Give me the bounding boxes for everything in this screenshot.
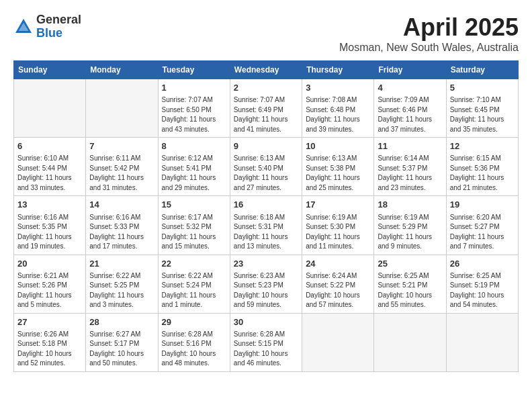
day-info: Sunrise: 6:20 AMSunset: 5:27 PMDaylight:… (450, 213, 515, 252)
day-cell: 29Sunrise: 6:28 AMSunset: 5:16 PMDayligh… (158, 313, 230, 371)
day-cell: 17Sunrise: 6:19 AMSunset: 5:30 PMDayligh… (302, 196, 374, 255)
day-cell: 14Sunrise: 6:16 AMSunset: 5:33 PMDayligh… (86, 196, 158, 255)
title-block: April 2025 Mosman, New South Wales, Aust… (339, 13, 519, 54)
day-number: 5 (450, 82, 515, 94)
day-number: 27 (17, 316, 82, 328)
day-cell: 15Sunrise: 6:17 AMSunset: 5:32 PMDayligh… (158, 196, 230, 255)
day-cell (302, 313, 374, 371)
day-cell: 3Sunrise: 7:08 AMSunset: 6:48 PMDaylight… (302, 79, 374, 138)
day-cell: 21Sunrise: 6:22 AMSunset: 5:25 PMDayligh… (86, 255, 158, 313)
day-info: Sunrise: 6:24 AMSunset: 5:22 PMDaylight:… (306, 271, 370, 310)
day-number: 10 (306, 140, 370, 152)
day-cell: 4Sunrise: 7:09 AMSunset: 6:46 PMDaylight… (374, 79, 446, 138)
day-number: 12 (450, 140, 515, 152)
day-info: Sunrise: 6:22 AMSunset: 5:24 PMDaylight:… (162, 271, 226, 310)
day-info: Sunrise: 6:17 AMSunset: 5:32 PMDaylight:… (162, 213, 226, 252)
day-info: Sunrise: 6:14 AMSunset: 5:37 PMDaylight:… (378, 154, 442, 193)
day-cell: 1Sunrise: 7:07 AMSunset: 6:50 PMDaylight… (158, 79, 230, 138)
header-cell-saturday: Saturday (446, 61, 518, 79)
day-info: Sunrise: 7:07 AMSunset: 6:50 PMDaylight:… (162, 95, 226, 134)
day-info: Sunrise: 6:25 AMSunset: 5:19 PMDaylight:… (450, 271, 515, 310)
calendar-header: SundayMondayTuesdayWednesdayThursdayFrid… (14, 61, 519, 79)
day-number: 16 (234, 199, 298, 211)
day-cell: 8Sunrise: 6:12 AMSunset: 5:41 PMDaylight… (158, 138, 230, 196)
day-cell: 20Sunrise: 6:21 AMSunset: 5:26 PMDayligh… (14, 255, 86, 313)
day-info: Sunrise: 6:21 AMSunset: 5:26 PMDaylight:… (17, 271, 82, 310)
day-cell (86, 79, 158, 138)
week-row-3: 13Sunrise: 6:16 AMSunset: 5:35 PMDayligh… (14, 196, 519, 255)
day-number: 9 (234, 140, 298, 152)
day-info: Sunrise: 6:15 AMSunset: 5:36 PMDaylight:… (450, 154, 515, 193)
day-number: 18 (378, 199, 442, 211)
day-cell: 27Sunrise: 6:26 AMSunset: 5:18 PMDayligh… (14, 313, 86, 371)
day-cell: 22Sunrise: 6:22 AMSunset: 5:24 PMDayligh… (158, 255, 230, 313)
day-cell: 5Sunrise: 7:10 AMSunset: 6:45 PMDaylight… (446, 79, 518, 138)
week-row-4: 20Sunrise: 6:21 AMSunset: 5:26 PMDayligh… (14, 255, 519, 313)
day-cell: 25Sunrise: 6:25 AMSunset: 5:21 PMDayligh… (374, 255, 446, 313)
day-cell: 19Sunrise: 6:20 AMSunset: 5:27 PMDayligh… (446, 196, 518, 255)
day-number: 14 (89, 199, 154, 211)
header-row: SundayMondayTuesdayWednesdayThursdayFrid… (14, 61, 519, 79)
day-number: 4 (378, 82, 442, 94)
day-number: 29 (162, 316, 226, 328)
day-cell: 28Sunrise: 6:27 AMSunset: 5:17 PMDayligh… (86, 313, 158, 371)
day-number: 24 (306, 258, 370, 270)
day-cell: 30Sunrise: 6:28 AMSunset: 5:15 PMDayligh… (230, 313, 302, 371)
day-cell: 11Sunrise: 6:14 AMSunset: 5:37 PMDayligh… (374, 138, 446, 196)
header-cell-monday: Monday (86, 61, 158, 79)
logo-general: General (36, 13, 81, 27)
day-cell (446, 313, 518, 371)
header-cell-friday: Friday (374, 61, 446, 79)
day-info: Sunrise: 7:08 AMSunset: 6:48 PMDaylight:… (306, 95, 370, 134)
day-cell: 7Sunrise: 6:11 AMSunset: 5:42 PMDaylight… (86, 138, 158, 196)
day-number: 1 (162, 82, 226, 94)
day-number: 11 (378, 140, 442, 152)
day-number: 8 (162, 140, 226, 152)
header-cell-sunday: Sunday (14, 61, 86, 79)
logo-text: General Blue (36, 13, 81, 40)
day-number: 22 (162, 258, 226, 270)
day-info: Sunrise: 6:13 AMSunset: 5:40 PMDaylight:… (234, 154, 298, 193)
day-cell: 12Sunrise: 6:15 AMSunset: 5:36 PMDayligh… (446, 138, 518, 196)
day-info: Sunrise: 6:13 AMSunset: 5:38 PMDaylight:… (306, 154, 370, 193)
day-cell (14, 79, 86, 138)
logo: General Blue (13, 13, 81, 40)
day-info: Sunrise: 6:25 AMSunset: 5:21 PMDaylight:… (378, 271, 442, 310)
day-info: Sunrise: 6:12 AMSunset: 5:41 PMDaylight:… (162, 154, 226, 193)
day-info: Sunrise: 6:22 AMSunset: 5:25 PMDaylight:… (89, 271, 154, 310)
logo-icon (13, 17, 34, 37)
day-number: 17 (306, 199, 370, 211)
day-number: 28 (89, 316, 154, 328)
day-info: Sunrise: 7:10 AMSunset: 6:45 PMDaylight:… (450, 95, 515, 134)
day-cell: 24Sunrise: 6:24 AMSunset: 5:22 PMDayligh… (302, 255, 374, 313)
day-info: Sunrise: 6:26 AMSunset: 5:18 PMDaylight:… (17, 330, 82, 369)
week-row-1: 1Sunrise: 7:07 AMSunset: 6:50 PMDaylight… (14, 79, 519, 138)
header-cell-thursday: Thursday (302, 61, 374, 79)
page-header: General Blue April 2025 Mosman, New Sout… (13, 13, 519, 54)
day-cell (374, 313, 446, 371)
day-info: Sunrise: 6:19 AMSunset: 5:29 PMDaylight:… (378, 213, 442, 252)
day-number: 13 (17, 199, 82, 211)
day-cell: 13Sunrise: 6:16 AMSunset: 5:35 PMDayligh… (14, 196, 86, 255)
day-info: Sunrise: 6:27 AMSunset: 5:17 PMDaylight:… (89, 330, 154, 369)
day-number: 25 (378, 258, 442, 270)
day-cell: 10Sunrise: 6:13 AMSunset: 5:38 PMDayligh… (302, 138, 374, 196)
calendar-body: 1Sunrise: 7:07 AMSunset: 6:50 PMDaylight… (14, 79, 519, 372)
day-info: Sunrise: 6:28 AMSunset: 5:15 PMDaylight:… (234, 330, 298, 369)
day-cell: 9Sunrise: 6:13 AMSunset: 5:40 PMDaylight… (230, 138, 302, 196)
header-cell-tuesday: Tuesday (158, 61, 230, 79)
month-title: April 2025 (339, 13, 519, 42)
header-cell-wednesday: Wednesday (230, 61, 302, 79)
day-number: 2 (234, 82, 298, 94)
day-number: 7 (89, 140, 154, 152)
day-number: 6 (17, 140, 82, 152)
day-number: 15 (162, 199, 226, 211)
day-info: Sunrise: 6:19 AMSunset: 5:30 PMDaylight:… (306, 213, 370, 252)
day-cell: 16Sunrise: 6:18 AMSunset: 5:31 PMDayligh… (230, 196, 302, 255)
day-info: Sunrise: 6:18 AMSunset: 5:31 PMDaylight:… (234, 213, 298, 252)
day-number: 26 (450, 258, 515, 270)
day-info: Sunrise: 6:28 AMSunset: 5:16 PMDaylight:… (162, 330, 226, 369)
day-info: Sunrise: 6:16 AMSunset: 5:33 PMDaylight:… (89, 213, 154, 252)
day-cell: 23Sunrise: 6:23 AMSunset: 5:23 PMDayligh… (230, 255, 302, 313)
week-row-2: 6Sunrise: 6:10 AMSunset: 5:44 PMDaylight… (14, 138, 519, 196)
